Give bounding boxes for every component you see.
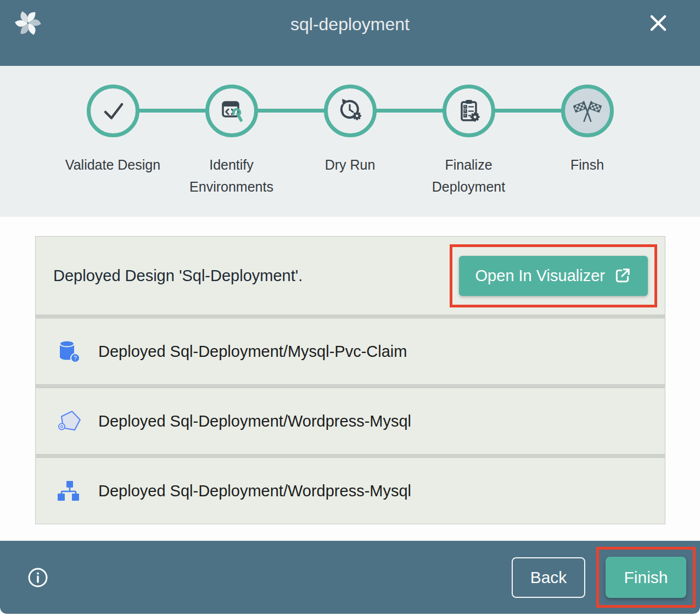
dialog-title: sql-deployment <box>0 14 700 35</box>
dialog-footer: Back Finish <box>0 541 700 614</box>
finish-button[interactable]: Finish <box>606 557 686 598</box>
step-identify-environments[interactable]: Identify Environments <box>172 85 291 198</box>
external-link-icon <box>614 267 631 284</box>
step-circle <box>205 85 258 137</box>
deployment-wizard-dialog: sql-deployment Validate Design <box>0 0 700 614</box>
dialog-header: sql-deployment <box>0 0 700 66</box>
open-in-visualizer-button[interactable]: Open In Visualizer <box>459 256 648 296</box>
database-icon: ? <box>56 338 82 365</box>
step-label: Validate Design <box>65 154 160 176</box>
deployed-resource-row: ? Deployed Sql-Deployment/Mysql-Pvc-Clai… <box>35 318 665 385</box>
step-label: Finsh <box>570 154 604 176</box>
checkered-flags-icon <box>573 97 602 125</box>
resource-label: Deployed Sql-Deployment/Wordpress-Mysql <box>98 412 411 430</box>
step-label: Identify Environments <box>174 154 289 198</box>
deployed-resource-row: Deployed Sql-Deployment/Wordpress-Mysql <box>35 457 665 524</box>
step-circle <box>443 85 495 137</box>
design-message: Deployed Design 'Sql-Deployment'. <box>53 267 303 285</box>
deployment-hierarchy-icon <box>56 478 82 504</box>
gear-icon <box>352 111 361 120</box>
close-icon[interactable] <box>647 12 669 34</box>
back-button[interactable]: Back <box>512 557 585 598</box>
svg-text:?: ? <box>74 355 77 361</box>
wizard-stepper: Validate Design Identify Environments <box>0 66 700 217</box>
clipboard-gear-icon <box>456 98 482 124</box>
resource-label: Deployed Sql-Deployment/Mysql-Pvc-Claim <box>98 343 407 361</box>
step-circle <box>324 85 377 137</box>
step-label: Finalize Deployment <box>411 154 527 198</box>
step-circle-active <box>561 85 614 137</box>
deployed-resource-row: Deployed Sql-Deployment/Wordpress-Mysql <box>35 388 665 455</box>
code-tools-icon <box>219 98 245 124</box>
step-circle <box>87 85 139 137</box>
dry-run-history-icon <box>337 98 363 124</box>
service-pentagon-icon <box>56 408 82 434</box>
deployment-results: Deployed Design 'Sql-Deployment'. Open I… <box>0 217 700 541</box>
annotation-highlight-visualizer: Open In Visualizer <box>450 244 657 307</box>
gear-icon <box>470 113 479 122</box>
resource-label: Deployed Sql-Deployment/Wordpress-Mysql <box>98 482 411 500</box>
step-dry-run[interactable]: Dry Run <box>291 85 410 198</box>
open-in-visualizer-label: Open In Visualizer <box>475 267 605 285</box>
step-finish[interactable]: Finsh <box>528 85 647 198</box>
info-icon[interactable] <box>27 567 48 588</box>
check-icon <box>100 98 126 124</box>
annotation-highlight-finish: Finish <box>596 547 696 608</box>
design-summary-row: Deployed Design 'Sql-Deployment'. Open I… <box>35 236 665 315</box>
step-validate-design[interactable]: Validate Design <box>54 85 172 198</box>
step-label: Dry Run <box>325 154 376 176</box>
step-finalize-deployment[interactable]: Finalize Deployment <box>410 85 528 198</box>
